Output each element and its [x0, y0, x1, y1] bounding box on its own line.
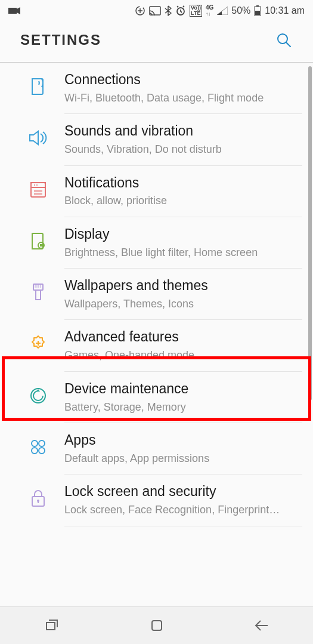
search-button[interactable] — [275, 31, 293, 49]
search-icon — [275, 32, 292, 48]
item-apps[interactable]: Apps Default apps, App permissions — [0, 423, 313, 474]
svg-point-16 — [32, 440, 38, 446]
svg-point-18 — [32, 448, 38, 454]
svg-point-17 — [39, 440, 45, 446]
bluetooth-icon — [165, 5, 172, 16]
android-nav-bar — [0, 606, 313, 644]
item-title: Apps — [64, 432, 302, 449]
item-subtitle: Battery, Storage, Memory — [64, 400, 302, 414]
lock-icon — [20, 486, 56, 510]
svg-rect-22 — [152, 621, 162, 630]
status-right: Vo))LTE 4G↑↓ 50% 10:31 am — [135, 5, 305, 17]
network-4g-icon: 4G↑↓ — [206, 5, 213, 17]
item-subtitle: Block, allow, prioritise — [64, 194, 302, 208]
svg-point-19 — [39, 448, 45, 454]
home-button[interactable] — [145, 614, 169, 637]
sounds-icon — [20, 126, 56, 150]
display-icon — [20, 229, 56, 253]
item-subtitle: Brightness, Blue light filter, Home scre… — [64, 246, 302, 260]
item-title: Wallpapers and themes — [64, 277, 302, 295]
item-subtitle: Wi-Fi, Bluetooth, Data usage, Flight mod… — [64, 91, 302, 105]
item-advanced[interactable]: Advanced features Games, One-handed mode — [0, 320, 313, 371]
data-saver-icon — [135, 5, 145, 16]
item-subtitle: Games, One-handed mode — [64, 349, 302, 362]
item-title: Advanced features — [64, 328, 302, 346]
settings-list-container: Connections Wi-Fi, Bluetooth, Data usage… — [0, 63, 313, 640]
battery-icon — [254, 5, 261, 16]
item-title: Notifications — [64, 174, 302, 192]
home-icon — [150, 618, 164, 633]
item-subtitle: Default apps, App permissions — [64, 452, 302, 466]
back-button[interactable] — [249, 614, 273, 637]
cast-icon — [149, 6, 161, 16]
item-title: Display — [64, 226, 302, 244]
item-sounds[interactable]: Sounds and vibration Sounds, Vibration, … — [0, 114, 313, 165]
item-lock-screen[interactable]: Lock screen and security Lock screen, Fa… — [0, 474, 313, 525]
svg-point-11 — [36, 184, 38, 186]
status-bar: Vo))LTE 4G↑↓ 50% 10:31 am — [0, 0, 313, 21]
connections-icon — [20, 75, 56, 98]
item-subtitle: Lock screen, Face Recognition, Fingerpri… — [64, 503, 302, 517]
item-notifications[interactable]: Notifications Block, allow, prioritise — [0, 166, 313, 217]
svg-rect-9 — [31, 183, 45, 187]
svg-rect-6 — [255, 11, 260, 15]
svg-rect-8 — [31, 183, 45, 197]
page-title: SETTINGS — [20, 32, 101, 48]
item-title: Connections — [64, 71, 302, 89]
volte-icon: Vo))LTE — [190, 5, 202, 17]
recents-button[interactable] — [41, 614, 64, 637]
item-subtitle: Wallpapers, Themes, Icons — [64, 297, 302, 311]
settings-list: Connections Wi-Fi, Bluetooth, Data usage… — [0, 63, 313, 526]
svg-rect-13 — [40, 244, 42, 246]
item-subtitle: Sounds, Vibration, Do not disturb — [64, 143, 302, 156]
wallpapers-icon — [20, 281, 56, 304]
signal-icon — [217, 7, 228, 15]
notifications-icon — [20, 178, 56, 202]
battery-percent: 50% — [231, 5, 250, 16]
camera-icon — [8, 7, 20, 15]
item-title: Sounds and vibration — [64, 122, 302, 140]
maintenance-icon — [20, 384, 56, 408]
clock: 10:31 am — [265, 5, 305, 16]
status-left — [8, 7, 20, 15]
item-wallpapers-themes[interactable]: Wallpapers and themes Wallpapers, Themes… — [0, 269, 313, 319]
item-title: Lock screen and security — [64, 483, 302, 501]
item-device-maintenance[interactable]: Device maintenance Battery, Storage, Mem… — [0, 372, 313, 423]
svg-rect-0 — [8, 8, 17, 14]
recents-icon — [44, 619, 61, 632]
svg-point-10 — [34, 184, 35, 186]
item-title: Device maintenance — [64, 380, 302, 398]
back-icon — [253, 619, 269, 632]
svg-rect-14 — [33, 284, 43, 290]
item-divider — [64, 526, 302, 526]
svg-rect-5 — [256, 5, 259, 7]
apps-icon — [20, 435, 56, 459]
alarm-icon — [175, 5, 186, 16]
advanced-icon — [20, 332, 56, 356]
app-header: SETTINGS — [0, 21, 313, 62]
item-connections[interactable]: Connections Wi-Fi, Bluetooth, Data usage… — [0, 63, 313, 113]
item-display[interactable]: Display Brightness, Blue light filter, H… — [0, 217, 313, 268]
